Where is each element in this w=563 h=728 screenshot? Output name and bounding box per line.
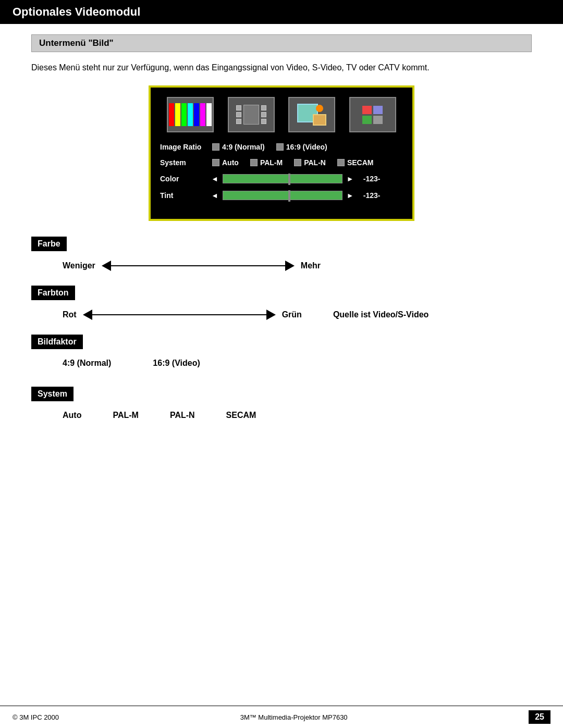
tint-arrow-right: ► [347,191,354,200]
farbton-double-arrow [83,310,276,320]
farbton-right-label: Grün [282,310,302,319]
image-ratio-label: Image Ratio [160,143,207,151]
farbe-arrow-left-head [102,261,111,271]
grid-icon [362,106,383,124]
farbton-arrow-row: Rot Grün Quelle ist Video/S-Video [63,310,532,320]
menu-screenshot-wrapper: Image Ratio 4:9 (Normal) 16:9 (Video) Sy… [31,85,532,221]
sys-radio-3 [294,159,301,166]
footer-center: 3M™ Multimedia-Projektor MP7630 [240,713,348,721]
radio-box-2 [276,143,284,151]
farbton-arrow-shaft [92,314,266,315]
farbe-right-label: Mehr [301,261,321,270]
system-option-palm: PAL-M [113,411,138,420]
farbe-arrow-shaft [111,265,285,266]
system-option-paln: PAL-N [170,411,195,420]
image-ratio-row: Image Ratio 4:9 (Normal) 16:9 (Video) [160,143,403,151]
farbton-arrow-right-head [266,310,276,320]
bildfaktor-label: Bildfaktor [31,335,83,349]
color-slider-value: -123- [363,175,381,183]
tint-slider-row: Tint ◄ ► -123- [160,191,403,200]
color-bars-icon [169,103,212,126]
grid-icon-cell [349,97,396,132]
color-slider-row: Color ◄ ► -123- [160,174,403,183]
bildfaktor-option2: 16:9 (Video) [153,359,200,368]
menu-box: Image Ratio 4:9 (Normal) 16:9 (Video) Sy… [149,85,414,221]
sys-opt-auto: Auto [212,158,239,167]
header-title: Optionales Videomodul [13,5,140,18]
system-section-label: System [31,387,74,401]
system-label: System [160,158,207,167]
bildfaktor-options: 4:9 (Normal) 16:9 (Video) [63,359,532,368]
sys-opt-paln: PAL-N [294,158,326,167]
radio-box-1 [212,143,219,151]
sys-radio-2 [250,159,258,166]
sys-opt-palm: PAL-M [250,158,283,167]
icon-row [160,97,403,132]
image-ratio-option1: 4:9 (Normal) [212,143,265,151]
tint-slider-track [223,191,342,200]
sys-radio-4 [337,159,345,166]
bildfaktor-section: Bildfaktor 4:9 (Normal) 16:9 (Video) [31,335,532,368]
color-arrow-right: ► [347,175,354,183]
sys-opt-secam: SECAM [337,158,374,167]
page-footer: © 3M IPC 2000 3M™ Multimedia-Projektor M… [0,706,563,728]
intro-text: Dieses Menü steht nur zur Verfügung, wen… [31,61,532,74]
bildfaktor-option1: 4:9 (Normal) [63,359,111,368]
farbe-label: Farbe [31,237,67,251]
tint-slider-value: -123- [363,191,381,200]
system-option-secam: SECAM [226,411,256,420]
sys-radio-1 [212,159,219,166]
page-header: Optionales Videomodul [0,0,563,24]
farbton-arrow-left-head [83,310,92,320]
footer-left: © 3M IPC 2000 [13,713,59,721]
farbe-arrow-diagram: Weniger Mehr [63,261,532,271]
image-ratio-option2: 16:9 (Video) [276,143,327,151]
farbe-double-arrow [102,261,295,271]
submenu-label: Untermenü "Bild" [31,34,532,52]
color-slider-track [223,174,342,183]
color-slider-thumb [288,174,290,185]
farbton-left-label: Rot [63,310,77,319]
tint-slider-label: Tint [160,191,207,200]
film-strip-icon-cell [228,97,275,132]
color-arrow-left: ◄ [211,175,218,183]
picture-icon [296,102,327,128]
system-option-auto: Auto [63,411,81,420]
farbton-label: Farbton [31,286,75,300]
farbton-section: Farbton Rot Grün Quelle ist Video/S-Vide… [31,286,532,320]
color-bars-icon-cell [167,97,214,132]
system-options: Auto PAL-M PAL-N SECAM [63,411,532,420]
system-row: System Auto PAL-M PAL-N SECAM [160,158,403,167]
farbton-note: Quelle ist Video/S-Video [333,310,429,319]
color-slider-label: Color [160,175,207,183]
picture-icon-cell [288,97,335,132]
tint-arrow-left: ◄ [211,191,218,200]
tint-slider-thumb [288,190,290,202]
farbe-left-label: Weniger [63,261,95,270]
system-section: System Auto PAL-M PAL-N SECAM [31,387,532,420]
film-strip-icon [236,105,266,125]
farbe-section: Farbe Weniger Mehr [31,237,532,271]
page-number: 25 [529,710,550,724]
farbe-arrow-right-head [285,261,295,271]
